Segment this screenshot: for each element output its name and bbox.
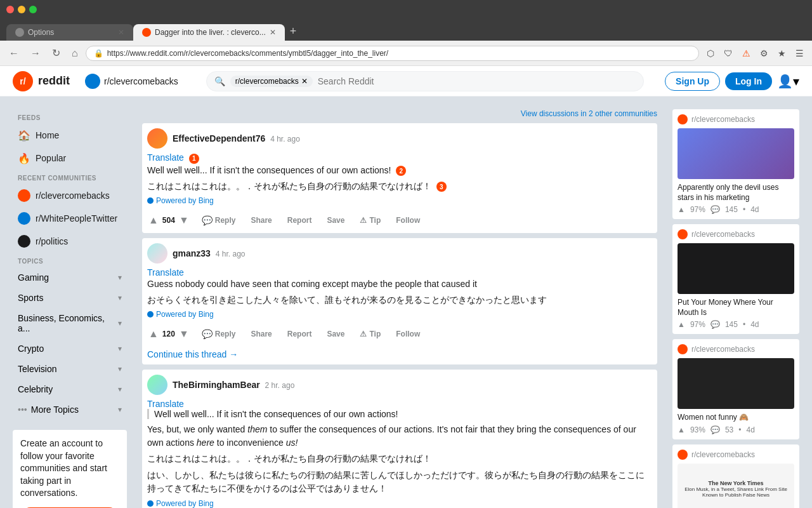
reddit-logo-text: reddit	[38, 74, 70, 88]
post-thumbnail[interactable]: The New York Times Elon Musk, in a Tweet…	[678, 464, 794, 508]
sidebar-item-popular[interactable]: 🔥 Popular	[13, 147, 127, 170]
downvote-button[interactable]: ▼	[178, 327, 190, 341]
comment-count: 145	[725, 205, 738, 214]
search-input-wrap[interactable]: 🔍 r/clevercomebacks ✕	[206, 71, 644, 91]
shield-icon[interactable]: 🛡	[721, 46, 736, 61]
post-title[interactable]: Women not funny 🙈	[678, 413, 794, 423]
user-menu-icon[interactable]: 👤▾	[777, 74, 799, 89]
translate-button[interactable]: Translate	[147, 152, 184, 163]
forward-button[interactable]: →	[27, 45, 44, 62]
tip-button[interactable]: ⚠ Tip	[356, 327, 384, 341]
new-tab-button[interactable]: +	[285, 22, 302, 41]
comment-header: EffectiveDependent76 4 hr. ago	[147, 128, 652, 149]
view-discussions-link[interactable]: View discussions in 2 other communities	[142, 109, 657, 118]
subreddit-avatar	[85, 74, 100, 89]
vote-count: 120	[162, 330, 175, 338]
search-tag-close[interactable]: ✕	[301, 77, 308, 86]
translate-button[interactable]: Translate	[147, 267, 184, 277]
sidebar-item-whitepeople[interactable]: r/WhitePeopleTwitter	[13, 207, 127, 230]
sidebar-item-politics[interactable]: r/politics	[13, 230, 127, 253]
right-sidebar: r/clevercomebacks Apparently only the de…	[672, 109, 799, 508]
blockquote: Well well well... If it isn't the conseq…	[147, 409, 652, 419]
vote-buttons: ▲ 504 ▼	[147, 213, 190, 227]
translate-button[interactable]: Translate	[147, 399, 184, 409]
sidebar-item-label: Sports	[18, 293, 43, 303]
reply-button[interactable]: 💬 Reply	[198, 326, 240, 342]
post-thumbnail[interactable]	[678, 358, 794, 409]
post-title[interactable]: Put Your Money Where Your Mouth Is	[678, 298, 794, 318]
post-thumbnail[interactable]	[678, 128, 794, 179]
share-button[interactable]: Share	[247, 327, 275, 341]
upvote-icon: ▲	[678, 205, 685, 214]
sidebar-item-gaming[interactable]: Gaming ▾	[13, 267, 127, 288]
settings-icon[interactable]: ⚙	[756, 46, 771, 61]
avatar	[147, 243, 167, 264]
toolbar-icons: ⬡ 🛡 ⚠ ⚙ ★ ☰	[703, 46, 807, 61]
reply-button[interactable]: 💬 Reply	[198, 213, 240, 228]
tip-icon: ⚠	[360, 216, 367, 225]
upvote-pct: 97%	[690, 320, 705, 329]
maximize-window-btn[interactable]	[29, 6, 37, 13]
save-button[interactable]: Save	[323, 327, 348, 341]
bookmark-icon[interactable]: ★	[774, 46, 789, 61]
share-button[interactable]: Share	[247, 213, 275, 227]
report-button[interactable]: Report	[284, 327, 316, 341]
save-button[interactable]: Save	[323, 213, 348, 227]
address-bar[interactable]: 🔒 https://www.reddit.com/r/clevercomebac…	[86, 46, 699, 61]
menu-icon[interactable]: ☰	[792, 46, 807, 61]
subreddit-pill[interactable]: r/clevercomebacks	[80, 71, 183, 91]
close-window-btn[interactable]	[6, 6, 14, 13]
sidebar-item-home[interactable]: 🏠 Home	[13, 124, 127, 147]
follow-button[interactable]: Follow	[392, 327, 424, 341]
reddit-logo[interactable]: r/ reddit	[13, 71, 70, 91]
right-post-3: r/clevercomebacks Women not funny 🙈 ▲ 93…	[672, 339, 799, 439]
comment-bubble-icon: 💬	[710, 320, 720, 329]
sidebar-item-more-topics[interactable]: ••• More Topics ▾	[13, 399, 127, 420]
login-button[interactable]: Log In	[725, 72, 772, 90]
comment-bubble-icon: 💬	[710, 205, 720, 214]
extensions-icon[interactable]: ⬡	[703, 46, 718, 61]
join-text: Create an account to follow your favorit…	[20, 438, 119, 500]
minimize-window-btn[interactable]	[18, 6, 25, 13]
upvote-button[interactable]: ▲	[147, 327, 160, 341]
search-bar: 🔍 r/clevercomebacks ✕	[206, 71, 644, 91]
upvote-button[interactable]: ▲	[147, 213, 160, 227]
tab-close-icon[interactable]: ✕	[270, 28, 276, 37]
sidebar-item-clevercomebacks[interactable]: r/clevercomebacks	[13, 184, 127, 207]
sidebar-item-sports[interactable]: Sports ▾	[13, 288, 127, 308]
sidebar-item-business[interactable]: Business, Economics, a... ▾	[13, 308, 127, 338]
browser-tab-reddit[interactable]: Dagger into the liver. : cleverco... ✕	[133, 24, 285, 41]
downvote-button[interactable]: ▼	[178, 213, 190, 227]
back-button[interactable]: ←	[5, 45, 23, 62]
post-age-label: 4d	[750, 205, 759, 214]
comment-text-2: はい、しかし、私たちは彼らに私たちの行動の結果に苦しんでほしかっただけです。彼ら…	[147, 469, 652, 495]
report-button[interactable]: Report	[284, 213, 316, 227]
comment-2: gmanz33 4 hr. ago Translate Guess nobody…	[142, 238, 657, 347]
home-button[interactable]: ⌂	[68, 45, 82, 62]
sidebar-item-crypto[interactable]: Crypto ▾	[13, 338, 127, 359]
browser-tabs: Options ✕ Dagger into the liver. : cleve…	[0, 19, 812, 41]
reply-label: Reply	[215, 216, 236, 225]
signup-button[interactable]: Sign Up	[665, 72, 720, 91]
comment-username[interactable]: gmanz33	[173, 248, 211, 258]
sidebar-item-television[interactable]: Television ▾	[13, 359, 127, 379]
comment-actions: ▲ 504 ▼ 💬 Reply Share Report Save ⚠ Tip	[147, 210, 652, 231]
follow-button[interactable]: Follow	[392, 213, 424, 227]
tab-close-icon[interactable]: ✕	[118, 28, 124, 37]
upvote-pct: 97%	[690, 205, 705, 214]
post-age: •	[743, 205, 745, 214]
sidebar-item-celebrity[interactable]: Celebrity ▾	[13, 379, 127, 399]
alert-icon[interactable]: ⚠	[738, 46, 754, 61]
comment-username[interactable]: EffectiveDependent76	[173, 133, 265, 144]
comment-username[interactable]: TheBirminghamBear	[173, 380, 260, 390]
continue-thread-link[interactable]: Continue this thread →	[142, 347, 657, 364]
browser-tab-options[interactable]: Options ✕	[6, 24, 133, 41]
post-title[interactable]: Apparently only the devil uses stars in …	[678, 183, 794, 203]
bing-label: Powered by Bing	[156, 310, 214, 319]
tip-button[interactable]: ⚠ Tip	[356, 213, 384, 227]
comment-header: gmanz33 4 hr. ago	[147, 243, 652, 264]
post-thumbnail[interactable]	[678, 243, 794, 294]
reload-button[interactable]: ↻	[48, 44, 64, 62]
search-input[interactable]	[318, 76, 636, 86]
search-tag-label: r/clevercomebacks	[235, 77, 299, 86]
